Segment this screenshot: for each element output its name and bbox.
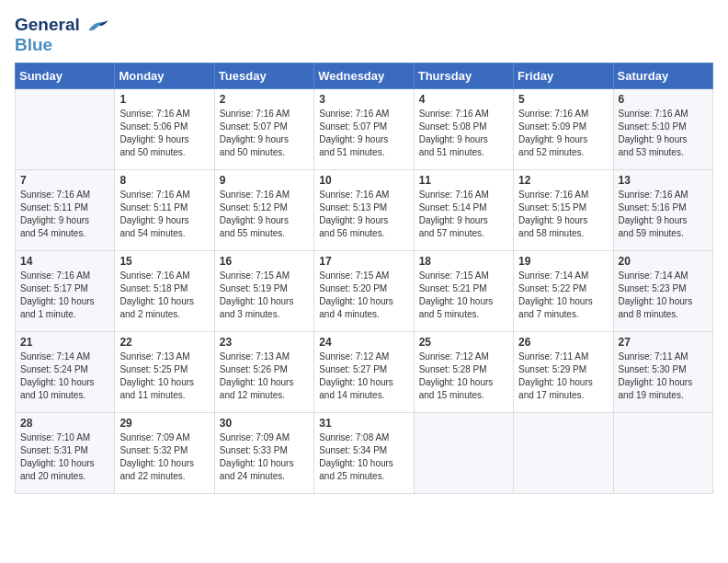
day-info: Sunrise: 7:14 AMSunset: 5:24 PMDaylight:… [20,350,109,402]
day-cell-16: 16Sunrise: 7:15 AMSunset: 5:19 PMDayligh… [214,250,313,331]
day-number: 18 [419,255,508,268]
day-cell-24: 24Sunrise: 7:12 AMSunset: 5:27 PMDayligh… [314,331,414,412]
logo: General Blue [15,15,109,55]
day-cell-13: 13Sunrise: 7:16 AMSunset: 5:16 PMDayligh… [613,169,712,250]
day-cell-12: 12Sunrise: 7:16 AMSunset: 5:15 PMDayligh… [514,169,613,250]
logo-text: General Blue [15,15,80,55]
day-cell-11: 11Sunrise: 7:16 AMSunset: 5:14 PMDayligh… [414,169,513,250]
day-cell-2: 2Sunrise: 7:16 AMSunset: 5:07 PMDaylight… [214,88,313,169]
day-cell-31: 31Sunrise: 7:08 AMSunset: 5:34 PMDayligh… [314,412,414,493]
day-cell-26: 26Sunrise: 7:11 AMSunset: 5:29 PMDayligh… [514,331,613,412]
day-cell-3: 3Sunrise: 7:16 AMSunset: 5:07 PMDaylight… [314,88,414,169]
day-number: 7 [20,174,109,187]
col-header-sunday: Sunday [16,63,115,88]
day-number: 13 [619,174,708,187]
day-number: 22 [119,336,209,349]
day-info: Sunrise: 7:16 AMSunset: 5:08 PMDaylight:… [419,108,508,159]
day-number: 15 [119,255,209,268]
week-row-1: 1Sunrise: 7:16 AMSunset: 5:06 PMDaylight… [16,88,713,169]
col-header-saturday: Saturday [613,63,712,88]
col-header-monday: Monday [115,63,214,88]
day-cell-15: 15Sunrise: 7:16 AMSunset: 5:18 PMDayligh… [115,250,214,331]
day-cell-7: 7Sunrise: 7:16 AMSunset: 5:11 PMDaylight… [16,169,115,250]
day-number: 10 [319,174,408,187]
day-number: 29 [119,417,209,430]
day-cell-1: 1Sunrise: 7:16 AMSunset: 5:06 PMDaylight… [115,88,214,169]
day-info: Sunrise: 7:08 AMSunset: 5:34 PMDaylight:… [319,431,408,483]
col-header-thursday: Thursday [414,63,513,88]
day-cell-9: 9Sunrise: 7:16 AMSunset: 5:12 PMDaylight… [214,169,313,250]
day-info: Sunrise: 7:16 AMSunset: 5:12 PMDaylight:… [220,189,309,240]
day-cell-19: 19Sunrise: 7:14 AMSunset: 5:22 PMDayligh… [514,250,613,331]
day-number: 5 [518,93,608,106]
day-info: Sunrise: 7:16 AMSunset: 5:13 PMDaylight:… [319,189,408,240]
day-info: Sunrise: 7:16 AMSunset: 5:17 PMDaylight:… [20,270,109,321]
day-info: Sunrise: 7:10 AMSunset: 5:31 PMDaylight:… [20,431,109,483]
logo-bird-icon [82,13,109,40]
day-number: 17 [319,255,408,268]
col-header-friday: Friday [514,63,613,88]
day-info: Sunrise: 7:16 AMSunset: 5:10 PMDaylight:… [619,108,708,159]
day-number: 16 [220,255,309,268]
day-info: Sunrise: 7:12 AMSunset: 5:28 PMDaylight:… [419,350,508,402]
day-info: Sunrise: 7:16 AMSunset: 5:09 PMDaylight:… [518,108,608,159]
day-info: Sunrise: 7:16 AMSunset: 5:07 PMDaylight:… [319,108,408,159]
day-cell-25: 25Sunrise: 7:12 AMSunset: 5:28 PMDayligh… [414,331,513,412]
day-number: 19 [518,255,608,268]
day-info: Sunrise: 7:16 AMSunset: 5:11 PMDaylight:… [20,189,109,240]
empty-cell [16,88,115,169]
day-info: Sunrise: 7:12 AMSunset: 5:27 PMDaylight:… [319,350,408,402]
day-cell-30: 30Sunrise: 7:09 AMSunset: 5:33 PMDayligh… [214,412,313,493]
day-cell-5: 5Sunrise: 7:16 AMSunset: 5:09 PMDaylight… [514,88,613,169]
day-number: 12 [518,174,608,187]
calendar-header-row: SundayMondayTuesdayWednesdayThursdayFrid… [16,63,713,88]
week-row-5: 28Sunrise: 7:10 AMSunset: 5:31 PMDayligh… [16,412,713,493]
week-row-3: 14Sunrise: 7:16 AMSunset: 5:17 PMDayligh… [16,250,713,331]
day-info: Sunrise: 7:13 AMSunset: 5:25 PMDaylight:… [119,350,209,402]
day-cell-27: 27Sunrise: 7:11 AMSunset: 5:30 PMDayligh… [613,331,712,412]
day-info: Sunrise: 7:09 AMSunset: 5:33 PMDaylight:… [220,431,309,483]
empty-cell [613,412,712,493]
day-number: 4 [419,93,508,106]
day-info: Sunrise: 7:15 AMSunset: 5:20 PMDaylight:… [319,270,408,321]
day-number: 2 [220,93,309,106]
col-header-tuesday: Tuesday [214,63,313,88]
day-number: 23 [220,336,309,349]
day-number: 21 [20,336,109,349]
day-number: 20 [619,255,708,268]
day-info: Sunrise: 7:16 AMSunset: 5:14 PMDaylight:… [419,189,508,240]
day-number: 30 [220,417,309,430]
day-number: 27 [619,336,708,349]
day-info: Sunrise: 7:14 AMSunset: 5:22 PMDaylight:… [518,270,608,321]
day-info: Sunrise: 7:15 AMSunset: 5:19 PMDaylight:… [220,270,309,321]
day-number: 28 [20,417,109,430]
day-info: Sunrise: 7:16 AMSunset: 5:06 PMDaylight:… [119,108,209,159]
day-number: 3 [319,93,408,106]
day-info: Sunrise: 7:13 AMSunset: 5:26 PMDaylight:… [220,350,309,402]
day-info: Sunrise: 7:11 AMSunset: 5:29 PMDaylight:… [518,350,608,402]
day-number: 11 [419,174,508,187]
calendar-table: SundayMondayTuesdayWednesdayThursdayFrid… [15,63,713,494]
day-cell-21: 21Sunrise: 7:14 AMSunset: 5:24 PMDayligh… [16,331,115,412]
day-number: 6 [619,93,708,106]
day-info: Sunrise: 7:16 AMSunset: 5:07 PMDaylight:… [220,108,309,159]
day-number: 1 [119,93,209,106]
day-info: Sunrise: 7:16 AMSunset: 5:11 PMDaylight:… [119,189,209,240]
day-info: Sunrise: 7:16 AMSunset: 5:18 PMDaylight:… [119,270,209,321]
page-header: General Blue [15,15,713,55]
day-info: Sunrise: 7:09 AMSunset: 5:32 PMDaylight:… [119,431,209,483]
day-info: Sunrise: 7:15 AMSunset: 5:21 PMDaylight:… [419,270,508,321]
day-cell-6: 6Sunrise: 7:16 AMSunset: 5:10 PMDaylight… [613,88,712,169]
empty-cell [414,412,513,493]
day-number: 24 [319,336,408,349]
empty-cell [514,412,613,493]
day-number: 14 [20,255,109,268]
day-cell-4: 4Sunrise: 7:16 AMSunset: 5:08 PMDaylight… [414,88,513,169]
day-info: Sunrise: 7:16 AMSunset: 5:15 PMDaylight:… [518,189,608,240]
day-cell-23: 23Sunrise: 7:13 AMSunset: 5:26 PMDayligh… [214,331,313,412]
week-row-2: 7Sunrise: 7:16 AMSunset: 5:11 PMDaylight… [16,169,713,250]
day-cell-18: 18Sunrise: 7:15 AMSunset: 5:21 PMDayligh… [414,250,513,331]
day-number: 25 [419,336,508,349]
day-info: Sunrise: 7:14 AMSunset: 5:23 PMDaylight:… [619,270,708,321]
day-number: 26 [518,336,608,349]
